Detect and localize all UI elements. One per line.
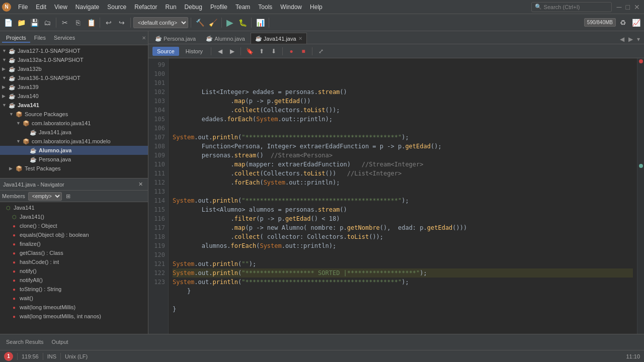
save-btn[interactable]: 💾	[28, 17, 40, 29]
tree-item[interactable]: ▶ 📦 Test Packages	[0, 164, 148, 173]
tab-java141-java[interactable]: ☕ Java141.java ✕	[251, 33, 307, 44]
scroll-left-btn[interactable]: ◀	[618, 35, 626, 44]
code-line[interactable]	[173, 296, 633, 305]
code-line[interactable]: }	[173, 287, 633, 296]
build-btn[interactable]: 🔨	[194, 17, 206, 29]
code-line[interactable]: System.out.println("******************* …	[173, 268, 633, 278]
nav-item[interactable]: ● wait()	[0, 294, 148, 303]
nav-item[interactable]: ● equals(Object obj) : boolean	[0, 230, 148, 239]
config-select[interactable]: <default config>	[133, 17, 188, 28]
menu-source[interactable]: Source	[103, 3, 130, 12]
search-results-tab[interactable]: Search Results	[2, 337, 48, 348]
nav-item[interactable]: ● getClass() : Class	[0, 248, 148, 257]
clean-build-btn[interactable]: 🧹	[207, 17, 219, 29]
tree-item[interactable]: ▼ 📦 com.laboratorio.java141.modelo	[0, 137, 148, 146]
nav-item[interactable]: ● finalize()	[0, 239, 148, 248]
code-content[interactable]: List<Integer> edades = personas.stream()…	[169, 58, 637, 334]
tree-item[interactable]: ▼ ☕ Java132a-1.0-SNAPSHOT	[0, 55, 148, 64]
code-line[interactable]: System.out.println("********************…	[173, 133, 633, 142]
tree-item[interactable]: ▼ ☕ Java141	[0, 101, 148, 110]
tree-item[interactable]: ▶ ☕ Java132b	[0, 64, 148, 73]
nav-item[interactable]: ● wait(long timeoutMillis)	[0, 303, 148, 312]
tree-item[interactable]: ☕ Alumno.java	[0, 146, 148, 155]
nav-item[interactable]: ● wait(long timeoutMillis, int nanos)	[0, 312, 148, 321]
search-bar[interactable]: 🔍 Search (Ctrl+I)	[531, 2, 612, 12]
tree-item[interactable]: ▼ 📦 com.laboratorio.java141	[0, 119, 148, 128]
code-line[interactable]: .collect(Collectors.toList());	[173, 106, 633, 115]
code-line[interactable]: System.out.println("********************…	[173, 278, 633, 287]
code-line[interactable]: .collect(Collectors.toList()) //List<Int…	[173, 169, 633, 178]
maximize-btn[interactable]: □	[626, 3, 630, 11]
code-line[interactable]: List<Alumno> alumnos = personas.stream()	[173, 205, 633, 214]
code-line[interactable]: .map(mapper: extraerEdadFunction) //Stre…	[173, 160, 633, 169]
profile-btn[interactable]: 📊	[254, 17, 266, 29]
nav-item[interactable]: ● notify()	[0, 266, 148, 276]
code-line[interactable]	[173, 250, 633, 259]
nav-item[interactable]: ● hashCode() : int	[0, 257, 148, 266]
code-line[interactable]: .map(p -> new Alumno( nombre: p.getNombr…	[173, 223, 633, 232]
code-line[interactable]: .map(p -> p.getEdad())	[173, 97, 633, 106]
code-line[interactable]: .forEach(System.out::println);	[173, 178, 633, 187]
nav-item[interactable]: ● notifyAll()	[0, 276, 148, 285]
toggle-bookmark-btn[interactable]: 🔖	[245, 46, 255, 56]
menu-profile[interactable]: Profile	[206, 3, 231, 12]
nav-close-btn[interactable]: ✕	[136, 180, 145, 189]
menu-window[interactable]: Window	[276, 3, 306, 12]
scroll-right-btn[interactable]: ▶	[626, 35, 635, 44]
output-tab[interactable]: Output	[48, 337, 72, 348]
history-btn[interactable]: History	[181, 47, 207, 56]
close-btn[interactable]: ✕	[634, 3, 640, 11]
minimize-btn[interactable]: ─	[617, 3, 622, 11]
tree-item[interactable]: ▼ ☕ Java136-1.0-SNAPSHOT	[0, 73, 148, 82]
menu-navigate[interactable]: Navigate	[71, 3, 103, 12]
prev-bookmark-btn[interactable]: ⬆	[257, 46, 267, 56]
menu-edit[interactable]: Edit	[32, 3, 50, 12]
code-line[interactable]: List<Integer> edades = personas.stream()	[173, 87, 633, 97]
toggle-breakpoint-btn[interactable]: ●	[286, 46, 296, 56]
run-btn[interactable]: ▶	[224, 17, 235, 28]
redo-btn[interactable]: ↪	[116, 17, 128, 29]
code-line[interactable]: alumnos.forEach(System.out::println);	[173, 241, 633, 250]
tab-projects[interactable]: Projects	[2, 34, 30, 43]
code-line[interactable]: edades.forEach(System.out::println);	[173, 115, 633, 124]
menu-file[interactable]: File	[14, 3, 32, 12]
nav-item[interactable]: ⬡ Java141()	[0, 212, 148, 221]
code-line[interactable]	[173, 124, 633, 133]
tab-alumno-java[interactable]: ☕ Alumno.java	[201, 33, 250, 44]
expand-btn[interactable]: ⤢	[316, 46, 326, 56]
tree-item[interactable]: ▼ 📦 Source Packages	[0, 110, 148, 119]
left-panel-close[interactable]: ✕	[142, 35, 146, 41]
tab-files[interactable]: Files	[30, 34, 50, 43]
tree-item[interactable]: ▼ ☕ Java127-1.0-SNAPSHOT	[0, 46, 148, 55]
profile2-btn[interactable]: 📈	[630, 17, 642, 29]
code-line[interactable]: }	[173, 305, 633, 314]
paste-btn[interactable]: 📋	[85, 17, 97, 29]
nav-sort-btn[interactable]: ⊞	[64, 192, 73, 201]
code-line[interactable]: Function<Persona, Integer> extraerEdadFu…	[173, 142, 633, 151]
menu-refactor[interactable]: Refactor	[130, 3, 161, 12]
menu-tools[interactable]: Tools	[254, 3, 276, 12]
back-btn[interactable]: ◀	[215, 46, 225, 56]
menu-view[interactable]: View	[50, 3, 71, 12]
source-btn[interactable]: Source	[152, 47, 179, 56]
tree-item[interactable]: ▶ ☕ Java140	[0, 92, 148, 101]
menu-team[interactable]: Team	[231, 3, 254, 12]
tree-item[interactable]: ☕ Java141.java	[0, 128, 148, 137]
next-bookmark-btn[interactable]: ⬇	[269, 46, 279, 56]
cut-btn[interactable]: ✂	[59, 17, 71, 29]
menu-run[interactable]: Run	[162, 3, 181, 12]
tab-services[interactable]: Services	[50, 34, 79, 43]
code-line[interactable]	[173, 187, 633, 196]
code-line[interactable]: System.out.println("********************…	[173, 196, 633, 205]
new-btn[interactable]: 📄	[2, 17, 14, 29]
menu-help[interactable]: Help	[306, 3, 327, 12]
members-filter[interactable]: <empty>	[28, 192, 62, 201]
code-line[interactable]: .filter(p -> p.getEdad() < 18)	[173, 214, 633, 223]
tab-menu-btn[interactable]: ▾	[635, 35, 642, 44]
code-line[interactable]: .collect( collector: Collectors.toList()…	[173, 232, 633, 241]
tab-persona-java[interactable]: ☕ Persona.java	[150, 33, 200, 44]
stop-btn[interactable]: ■	[298, 46, 308, 56]
debug-project-btn[interactable]: 🐛	[236, 17, 249, 29]
nav-item[interactable]: ● clone() : Object	[0, 221, 148, 230]
gc-btn[interactable]: ♻	[617, 17, 629, 29]
